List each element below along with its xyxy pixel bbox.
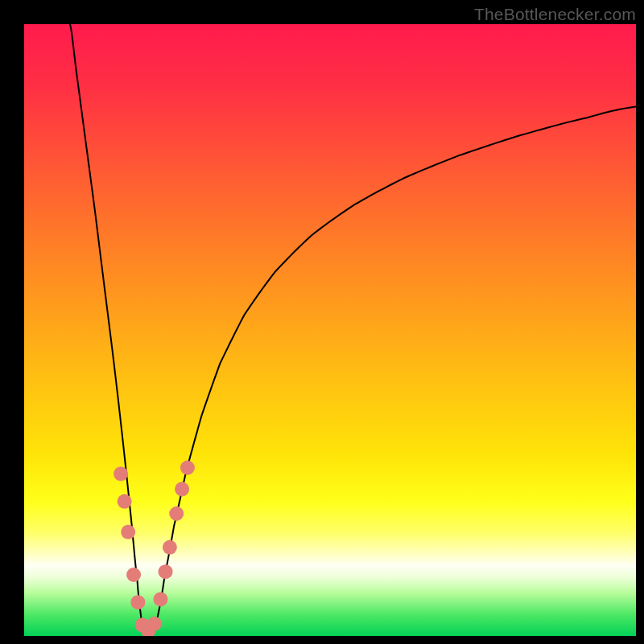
curve-right-branch bbox=[153, 107, 636, 634]
marker-dot bbox=[153, 592, 167, 606]
marker-dot bbox=[169, 506, 184, 521]
marker-dot bbox=[126, 568, 141, 582]
curves-layer bbox=[24, 24, 636, 636]
plot-area bbox=[24, 24, 636, 636]
marker-dot bbox=[147, 617, 162, 631]
watermark-text: TheBottlenecker.com bbox=[474, 5, 636, 24]
marker-dot bbox=[121, 525, 135, 539]
marker-dot bbox=[159, 564, 173, 579]
marker-dot bbox=[175, 482, 189, 497]
marker-dot bbox=[180, 460, 195, 475]
chart-root: TheBottlenecker.com bbox=[0, 0, 644, 644]
marker-dot bbox=[163, 540, 177, 555]
marker-dot bbox=[114, 467, 128, 481]
marker-dot bbox=[130, 595, 145, 609]
marker-dot bbox=[118, 494, 132, 509]
curve-left-branch bbox=[70, 24, 143, 633]
